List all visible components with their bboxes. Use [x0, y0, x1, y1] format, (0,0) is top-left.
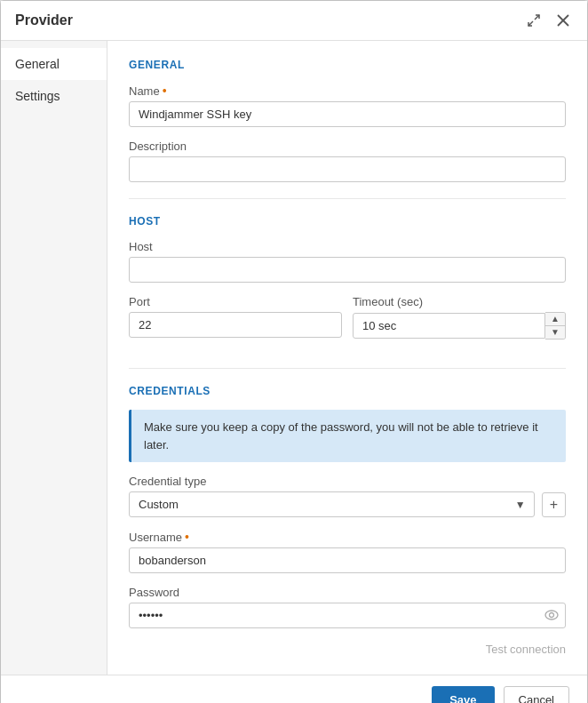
credential-type-label: Credential type: [129, 475, 566, 488]
close-button[interactable]: [553, 12, 573, 28]
main-content: GENERAL Name • Description HOST Host: [107, 41, 587, 675]
test-connection-container: Test connection: [129, 641, 566, 657]
timeout-label: Timeout (sec): [353, 295, 566, 308]
timeout-increment-button[interactable]: ▲: [545, 313, 565, 326]
name-label: Name •: [129, 84, 566, 98]
port-timeout-row: Port Timeout (sec) ▲ ▼: [129, 295, 566, 352]
host-divider: [129, 368, 566, 369]
port-label: Port: [129, 295, 342, 308]
password-field-group: Password: [129, 586, 566, 628]
dialog-title: Provider: [15, 12, 73, 28]
host-field-group: Host: [129, 240, 566, 283]
timeout-input[interactable]: [353, 313, 545, 339]
provider-dialog: Provider General: [0, 0, 588, 703]
description-input[interactable]: [129, 156, 566, 182]
dialog-header: Provider: [1, 1, 587, 41]
name-field-group: Name •: [129, 84, 566, 127]
name-required-indicator: •: [163, 84, 167, 98]
description-label: Description: [129, 140, 566, 153]
svg-point-4: [545, 611, 558, 619]
timeout-spinner: ▲ ▼: [545, 312, 566, 340]
credential-type-field-group: Credential type Custom Username/Password…: [129, 475, 566, 517]
credential-type-select[interactable]: Custom Username/Password SSH Key: [129, 491, 535, 517]
show-password-button[interactable]: [544, 609, 559, 623]
host-input[interactable]: [129, 257, 566, 283]
description-field-group: Description: [129, 140, 566, 182]
username-required-indicator: •: [185, 530, 189, 544]
expand-button[interactable]: [523, 12, 544, 29]
port-input[interactable]: [129, 312, 342, 338]
password-label: Password: [129, 586, 566, 599]
username-field-group: Username •: [129, 530, 566, 573]
credential-type-row: Custom Username/Password SSH Key ▼ +: [129, 491, 566, 517]
svg-point-5: [550, 612, 554, 617]
sidebar: General Settings: [1, 41, 107, 675]
port-field-group: Port: [129, 295, 342, 340]
general-section-heading: GENERAL: [129, 59, 566, 71]
timeout-wrapper: ▲ ▼: [353, 312, 566, 340]
save-button[interactable]: Save: [432, 686, 494, 703]
dialog-footer: Save Cancel: [1, 675, 587, 703]
password-input[interactable]: [129, 603, 566, 628]
sidebar-item-general[interactable]: General: [1, 48, 107, 80]
name-input[interactable]: [129, 101, 566, 127]
host-section-heading: HOST: [129, 215, 566, 228]
sidebar-item-settings[interactable]: Settings: [1, 80, 107, 112]
timeout-field-group: Timeout (sec) ▲ ▼: [353, 295, 566, 340]
info-banner: Make sure you keep a copy of the passwor…: [129, 410, 566, 462]
general-divider: [129, 198, 566, 199]
password-wrapper: [129, 603, 566, 628]
username-label: Username •: [129, 530, 566, 544]
header-icons: [523, 12, 573, 29]
username-input[interactable]: [129, 547, 566, 573]
add-credential-button[interactable]: +: [542, 492, 566, 517]
credential-type-select-wrapper: Custom Username/Password SSH Key ▼: [129, 491, 535, 517]
credentials-section-heading: CREDENTIALS: [129, 385, 566, 397]
timeout-decrement-button[interactable]: ▼: [545, 326, 565, 339]
host-label: Host: [129, 240, 566, 253]
cancel-button[interactable]: Cancel: [504, 686, 569, 703]
test-connection-link[interactable]: Test connection: [486, 643, 566, 656]
dialog-body: General Settings GENERAL Name • Descript…: [1, 41, 587, 675]
